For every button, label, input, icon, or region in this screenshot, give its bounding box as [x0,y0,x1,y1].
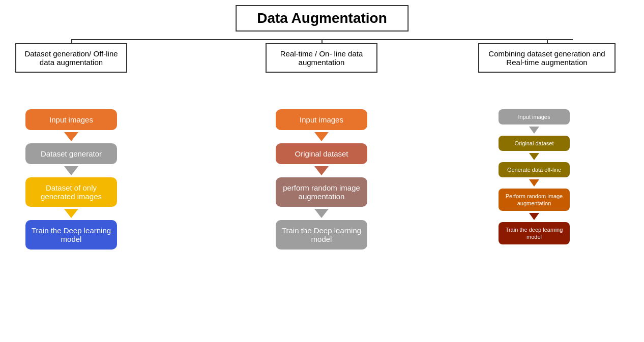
flow-right-col: Input images Original dataset Generate d… [476,109,593,244]
mid-arrow1 [314,132,329,141]
flow-left-col: Input images Dataset generator Dataset o… [15,109,127,250]
left-arrow1 [64,132,78,141]
title: Data Augmentation [257,10,387,26]
left-arrow2 [64,166,78,175]
mid-step2: Original dataset [276,143,367,164]
cat-left: Dataset generation/ Off-line data augmen… [15,43,127,73]
right-step4: Perform random image augmentation [499,189,570,211]
left-step1: Input images [25,109,117,130]
cat-right: Combining dataset generation and Real-ti… [478,43,616,73]
left-arrow3 [64,209,78,218]
left-step3: Dataset of only generated images [25,177,117,207]
mid-step3: perform random image augmentation [276,177,367,207]
flow-mid-col: Input images Original dataset perform ra… [260,109,383,250]
left-step4: Train the Deep learning model [25,220,117,250]
cat-mid: Real-time / On- line data augmentation [266,43,377,73]
title-box: Data Augmentation [236,5,408,32]
right-arrow1 [529,127,539,134]
right-step1: Input images [499,109,570,125]
right-arrow3 [529,179,539,186]
right-arrow2 [529,153,539,160]
mid-step1: Input images [276,109,367,130]
right-arrow4 [529,213,539,220]
mid-arrow3 [314,209,329,218]
right-step5: Train the deep learning model [499,222,570,244]
right-step3: Generate data off-line [499,162,570,177]
right-step2: Original dataset [499,136,570,151]
mid-step4: Train the Deep learning model [276,220,367,250]
mid-arrow2 [314,166,329,175]
left-step2: Dataset generator [25,143,117,164]
